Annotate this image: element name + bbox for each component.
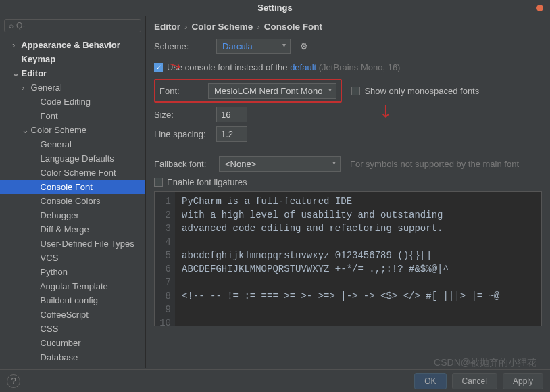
window-titlebar: Settings [0,0,550,16]
use-console-font-checkbox[interactable] [154,63,163,72]
sidebar-item[interactable]: CSS [0,322,145,336]
sidebar-item[interactable]: Language Defaults [0,151,145,166]
sidebar-item[interactable]: Cucumber [0,336,145,350]
sidebar-item[interactable]: Buildout config [0,293,145,308]
size-label: Size: [154,109,216,120]
ligatures-checkbox[interactable] [154,178,163,187]
ligatures-label: Enable font ligatures [167,177,247,187]
sidebar-item[interactable]: Angular Template [0,279,145,293]
ok-button[interactable]: OK [414,373,446,389]
sidebar-item[interactable]: User-Defined File Types [0,237,145,251]
sidebar-item[interactable]: Code Editing [0,95,145,109]
line-spacing-label: Line spacing: [154,129,216,139]
fallback-dropdown[interactable]: <None> [219,156,341,172]
sidebar-item[interactable]: ⌄ Color Scheme [0,123,145,137]
sidebar-item[interactable]: Font [0,109,145,123]
scheme-dropdown[interactable]: Darcula [216,39,291,54]
sidebar-item[interactable]: Python [0,265,145,279]
sidebar-item[interactable]: Console Colors [0,194,145,208]
show-monospaced-label: Show only monospaced fonts [364,86,479,96]
fallback-label: Fallback font: [154,159,219,169]
font-label: Font: [159,86,208,96]
search-input[interactable]: Q- [4,19,141,32]
show-monospaced-checkbox[interactable] [351,87,360,95]
gear-icon[interactable]: ⚙ [300,41,308,51]
line-spacing-field[interactable]: 1.2 [216,126,247,142]
default-link[interactable]: default [290,62,316,72]
close-icon[interactable] [536,5,543,11]
sidebar-item[interactable]: Diff & Merge [0,222,145,237]
apply-button[interactable]: Apply [503,373,543,389]
cancel-button[interactable]: Cancel [452,373,497,389]
sidebar-item[interactable]: Keymap [0,52,145,66]
font-preview: 1 2 3 4 5 6 7 8 9 10 PyCharm is a full-f… [154,191,542,326]
size-field[interactable]: 16 [216,107,247,122]
sidebar-item[interactable]: Color Scheme Font [0,166,145,180]
help-icon[interactable]: ? [7,374,20,388]
dialog-footer: ? OK Cancel Apply [0,369,550,392]
settings-sidebar: Q- › Appearance & Behavior Keymap⌄ Edito… [0,16,146,368]
scheme-label: Scheme: [154,41,216,51]
font-dropdown[interactable]: MesloLGM Nerd Font Mono [208,83,336,99]
settings-content: Editor›Color Scheme›Console Font Scheme:… [146,16,550,368]
use-console-font-label: Use console font instead of the default … [167,62,400,72]
sidebar-item[interactable]: General [0,137,145,151]
sidebar-item[interactable]: Console Font [0,180,145,194]
settings-tree: › Appearance & Behavior Keymap⌄ Editor› … [0,35,145,368]
sidebar-item[interactable]: Diagrams [0,364,145,368]
sidebar-item[interactable]: VCS [0,251,145,265]
fallback-hint: For symbols not supported by the main fo… [350,159,519,169]
font-highlight-box: Font: MesloLGM Nerd Font Mono [154,79,342,103]
sidebar-item[interactable]: › General [0,80,145,95]
sidebar-item[interactable]: › Appearance & Behavior [0,38,145,52]
sidebar-item[interactable]: Debugger [0,208,145,222]
breadcrumb: Editor›Color Scheme›Console Font [154,22,542,32]
window-title: Settings [257,3,292,13]
sidebar-item[interactable]: Database [0,350,145,364]
sidebar-item[interactable]: ⌄ Editor [0,66,145,80]
sidebar-item[interactable]: CoffeeScript [0,308,145,322]
